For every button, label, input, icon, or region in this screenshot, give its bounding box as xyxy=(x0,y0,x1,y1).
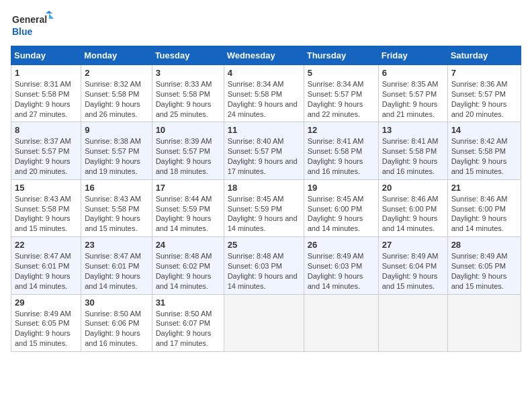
day-number: 31 xyxy=(156,298,220,308)
day-number: 22 xyxy=(15,240,77,250)
column-header-wednesday: Wednesday xyxy=(224,46,304,65)
day-cell: 27Sunrise: 8:49 AMSunset: 6:04 PMDayligh… xyxy=(378,237,447,294)
week-row-2: 8Sunrise: 8:37 AMSunset: 5:57 PMDaylight… xyxy=(11,122,521,179)
column-header-thursday: Thursday xyxy=(304,46,378,65)
svg-text:Blue: Blue xyxy=(12,26,33,37)
day-info: Sunrise: 8:49 AMSunset: 6:04 PMDaylight:… xyxy=(382,252,439,290)
day-number: 7 xyxy=(451,68,517,78)
day-number: 28 xyxy=(451,240,517,250)
day-cell: 30Sunrise: 8:50 AMSunset: 6:06 PMDayligh… xyxy=(81,294,152,351)
day-info: Sunrise: 8:48 AMSunset: 6:03 PMDaylight:… xyxy=(228,252,298,290)
day-cell: 11Sunrise: 8:40 AMSunset: 5:57 PMDayligh… xyxy=(224,122,304,179)
day-cell: 20Sunrise: 8:46 AMSunset: 6:00 PMDayligh… xyxy=(378,179,447,236)
day-cell: 26Sunrise: 8:49 AMSunset: 6:03 PMDayligh… xyxy=(304,237,378,294)
column-header-monday: Monday xyxy=(81,46,152,65)
calendar-table: SundayMondayTuesdayWednesdayThursdayFrid… xyxy=(11,46,521,352)
day-info: Sunrise: 8:46 AMSunset: 6:00 PMDaylight:… xyxy=(451,195,508,233)
day-number: 29 xyxy=(15,298,77,308)
day-info: Sunrise: 8:35 AMSunset: 5:57 PMDaylight:… xyxy=(382,80,439,118)
day-cell xyxy=(224,294,304,351)
day-cell: 3Sunrise: 8:33 AMSunset: 5:58 PMDaylight… xyxy=(152,65,224,122)
day-cell: 28Sunrise: 8:49 AMSunset: 6:05 PMDayligh… xyxy=(447,237,521,294)
day-number: 25 xyxy=(228,240,300,250)
day-number: 13 xyxy=(382,125,444,135)
week-row-3: 15Sunrise: 8:43 AMSunset: 5:58 PMDayligh… xyxy=(11,179,521,236)
day-info: Sunrise: 8:45 AMSunset: 6:00 PMDaylight:… xyxy=(308,195,364,233)
day-cell: 10Sunrise: 8:39 AMSunset: 5:57 PMDayligh… xyxy=(152,122,224,179)
day-cell: 31Sunrise: 8:50 AMSunset: 6:07 PMDayligh… xyxy=(152,294,224,351)
day-cell: 14Sunrise: 8:42 AMSunset: 5:58 PMDayligh… xyxy=(447,122,521,179)
day-cell: 19Sunrise: 8:45 AMSunset: 6:00 PMDayligh… xyxy=(304,179,378,236)
day-number: 20 xyxy=(382,183,444,193)
day-info: Sunrise: 8:37 AMSunset: 5:57 PMDaylight:… xyxy=(15,137,71,175)
day-cell: 29Sunrise: 8:49 AMSunset: 6:05 PMDayligh… xyxy=(11,294,81,351)
day-number: 16 xyxy=(85,183,148,193)
column-header-saturday: Saturday xyxy=(447,46,521,65)
day-cell: 1Sunrise: 8:31 AMSunset: 5:58 PMDaylight… xyxy=(11,65,81,122)
day-number: 12 xyxy=(308,125,375,135)
day-info: Sunrise: 8:34 AMSunset: 5:58 PMDaylight:… xyxy=(228,80,298,118)
day-number: 26 xyxy=(308,240,375,250)
header-row: SundayMondayTuesdayWednesdayThursdayFrid… xyxy=(11,46,521,65)
day-number: 11 xyxy=(228,125,300,135)
svg-text:General: General xyxy=(12,14,47,25)
day-cell: 4Sunrise: 8:34 AMSunset: 5:58 PMDaylight… xyxy=(224,65,304,122)
day-info: Sunrise: 8:31 AMSunset: 5:58 PMDaylight:… xyxy=(15,80,71,118)
day-info: Sunrise: 8:47 AMSunset: 6:01 PMDaylight:… xyxy=(15,252,71,290)
day-number: 27 xyxy=(382,240,444,250)
day-info: Sunrise: 8:46 AMSunset: 6:00 PMDaylight:… xyxy=(382,195,439,233)
day-info: Sunrise: 8:44 AMSunset: 5:59 PMDaylight:… xyxy=(156,195,212,233)
day-cell: 15Sunrise: 8:43 AMSunset: 5:58 PMDayligh… xyxy=(11,179,81,236)
day-info: Sunrise: 8:47 AMSunset: 6:01 PMDaylight:… xyxy=(85,252,141,290)
day-info: Sunrise: 8:42 AMSunset: 5:58 PMDaylight:… xyxy=(451,137,508,175)
day-cell: 6Sunrise: 8:35 AMSunset: 5:57 PMDaylight… xyxy=(378,65,447,122)
day-number: 19 xyxy=(308,183,375,193)
day-info: Sunrise: 8:34 AMSunset: 5:57 PMDaylight:… xyxy=(308,80,364,118)
logo: General Blue xyxy=(11,11,58,40)
day-cell xyxy=(447,294,521,351)
day-cell: 22Sunrise: 8:47 AMSunset: 6:01 PMDayligh… xyxy=(11,237,81,294)
day-number: 17 xyxy=(156,183,220,193)
day-cell: 13Sunrise: 8:41 AMSunset: 5:58 PMDayligh… xyxy=(378,122,447,179)
day-info: Sunrise: 8:40 AMSunset: 5:57 PMDaylight:… xyxy=(228,137,298,175)
day-info: Sunrise: 8:41 AMSunset: 5:58 PMDaylight:… xyxy=(308,137,364,175)
day-info: Sunrise: 8:33 AMSunset: 5:58 PMDaylight:… xyxy=(156,80,212,118)
day-cell: 21Sunrise: 8:46 AMSunset: 6:00 PMDayligh… xyxy=(447,179,521,236)
day-number: 18 xyxy=(228,183,300,193)
day-info: Sunrise: 8:32 AMSunset: 5:58 PMDaylight:… xyxy=(85,80,141,118)
day-info: Sunrise: 8:36 AMSunset: 5:57 PMDaylight:… xyxy=(451,80,508,118)
day-info: Sunrise: 8:43 AMSunset: 5:58 PMDaylight:… xyxy=(85,195,141,233)
week-row-5: 29Sunrise: 8:49 AMSunset: 6:05 PMDayligh… xyxy=(11,294,521,351)
day-number: 1 xyxy=(15,68,77,78)
day-number: 8 xyxy=(15,125,77,135)
day-cell: 2Sunrise: 8:32 AMSunset: 5:58 PMDaylight… xyxy=(81,65,152,122)
week-row-4: 22Sunrise: 8:47 AMSunset: 6:01 PMDayligh… xyxy=(11,237,521,294)
day-cell: 9Sunrise: 8:38 AMSunset: 5:57 PMDaylight… xyxy=(81,122,152,179)
header: General Blue xyxy=(11,11,521,40)
day-info: Sunrise: 8:45 AMSunset: 5:59 PMDaylight:… xyxy=(228,195,298,233)
day-number: 30 xyxy=(85,298,148,308)
column-header-friday: Friday xyxy=(378,46,447,65)
day-info: Sunrise: 8:49 AMSunset: 6:05 PMDaylight:… xyxy=(451,252,508,290)
day-cell: 18Sunrise: 8:45 AMSunset: 5:59 PMDayligh… xyxy=(224,179,304,236)
day-cell: 12Sunrise: 8:41 AMSunset: 5:58 PMDayligh… xyxy=(304,122,378,179)
day-info: Sunrise: 8:48 AMSunset: 6:02 PMDaylight:… xyxy=(156,252,212,290)
day-number: 3 xyxy=(156,68,220,78)
day-cell xyxy=(304,294,378,351)
day-number: 14 xyxy=(451,125,517,135)
day-number: 2 xyxy=(85,68,148,78)
day-info: Sunrise: 8:50 AMSunset: 6:06 PMDaylight:… xyxy=(85,310,141,348)
day-info: Sunrise: 8:43 AMSunset: 5:58 PMDaylight:… xyxy=(15,195,71,233)
day-number: 15 xyxy=(15,183,77,193)
day-cell: 24Sunrise: 8:48 AMSunset: 6:02 PMDayligh… xyxy=(152,237,224,294)
day-info: Sunrise: 8:38 AMSunset: 5:57 PMDaylight:… xyxy=(85,137,141,175)
svg-marker-2 xyxy=(46,11,52,13)
day-cell: 16Sunrise: 8:43 AMSunset: 5:58 PMDayligh… xyxy=(81,179,152,236)
day-info: Sunrise: 8:50 AMSunset: 6:07 PMDaylight:… xyxy=(156,310,212,348)
logo-svg: General Blue xyxy=(11,11,58,40)
day-cell: 7Sunrise: 8:36 AMSunset: 5:57 PMDaylight… xyxy=(447,65,521,122)
day-info: Sunrise: 8:49 AMSunset: 6:05 PMDaylight:… xyxy=(15,310,71,348)
day-number: 10 xyxy=(156,125,220,135)
day-info: Sunrise: 8:49 AMSunset: 6:03 PMDaylight:… xyxy=(308,252,364,290)
day-number: 5 xyxy=(308,68,375,78)
